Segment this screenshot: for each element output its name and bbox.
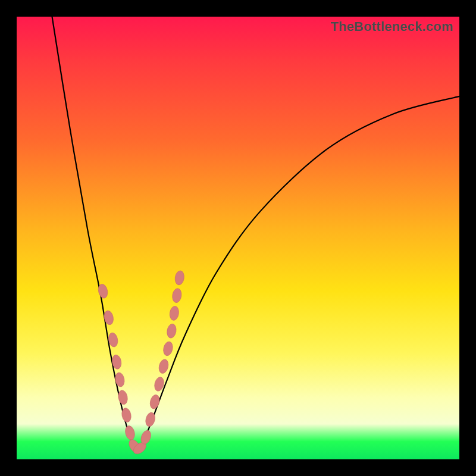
outer-frame: TheBottleneck.com (0, 0, 476, 476)
bead-marker (171, 288, 182, 303)
bead-marker (169, 306, 180, 321)
bead-marker (114, 372, 126, 387)
bead-marker (166, 323, 177, 339)
bead-marker (103, 310, 115, 326)
bead-marker (162, 341, 174, 357)
plot-area: TheBottleneck.com (17, 17, 459, 459)
bead-marker (174, 270, 185, 286)
bead-marker (158, 358, 170, 374)
bead-group (97, 270, 185, 456)
curve-svg (17, 17, 459, 459)
bead-marker (124, 425, 136, 441)
bead-marker (149, 394, 161, 410)
bead-marker (117, 390, 129, 405)
bottleneck-curve (52, 17, 459, 450)
